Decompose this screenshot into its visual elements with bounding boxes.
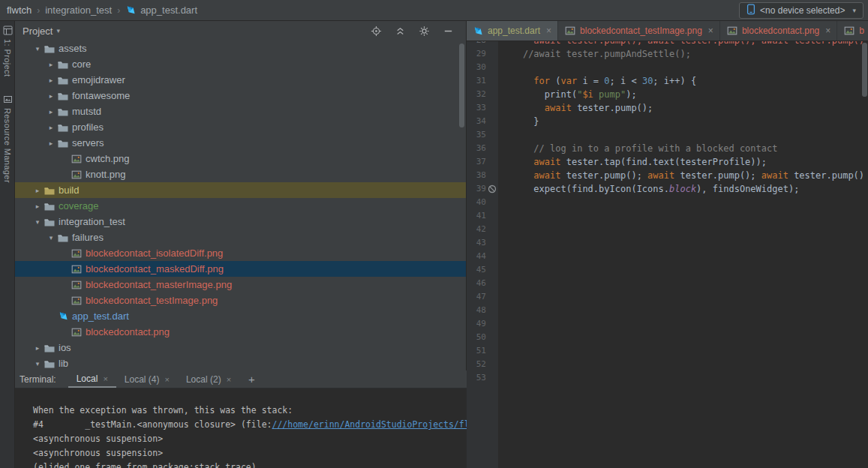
image-icon [726, 25, 738, 37]
breadcrumb: flwtch›integration_test›app_test.dart [0, 4, 197, 16]
left-tool-stripe: 1: ProjectResource Manager [0, 21, 15, 468]
editor-tab-bar: app_test.dart×blockedcontact_testImage.p… [467, 21, 868, 41]
editor-tab-app-test-dart[interactable]: app_test.dart× [467, 21, 558, 40]
line-number: 40 [467, 196, 498, 209]
project-view-selector[interactable]: Project ▾ [23, 26, 60, 37]
tree-expand-arrow[interactable]: ▸ [33, 344, 42, 352]
close-icon[interactable]: × [825, 26, 830, 36]
terminal-line: #4 _testMain.<anonymous closure> (file:/… [33, 418, 467, 432]
terminal-text: When the exception was thrown, this was … [33, 405, 293, 416]
tree-item-servers[interactable]: ▸servers [15, 135, 466, 151]
folder-icon [44, 200, 56, 212]
tree-item-fontawesome[interactable]: ▸fontawesome [15, 88, 466, 104]
tree-item-integration-test[interactable]: ▾integration_test [15, 214, 466, 230]
line-number: 28 [467, 40, 498, 47]
tree-item-emojidrawer[interactable]: ▸emojidrawer [15, 72, 466, 88]
tree-expand-arrow[interactable]: ▸ [47, 61, 56, 68]
editor-scrollbar[interactable] [862, 43, 867, 97]
tree-expand-arrow[interactable]: ▾ [47, 234, 56, 242]
line-number: 30 [467, 61, 498, 74]
editor-tab-label: blockedcontact_testImage.png [580, 26, 702, 36]
tree-expand-arrow[interactable]: ▾ [33, 45, 42, 52]
tree-expand-arrow[interactable]: ▾ [33, 360, 42, 368]
tree-expand-arrow[interactable]: ▸ [47, 92, 56, 100]
terminal-tab-local-2-[interactable]: Local (2)× [178, 370, 239, 388]
stack-trace-link[interactable]: ///home/erinn/AndroidStudioProjects/flwt… [272, 419, 467, 430]
code-editor[interactable]: await tester.pump(); await tester.pump()… [498, 40, 863, 468]
tree-expand-arrow[interactable]: ▸ [33, 187, 42, 194]
tree-item-blockedcontact-testimage-png[interactable]: blockedcontact_testImage.png [15, 292, 466, 308]
line-number: 35 [467, 128, 498, 142]
code-line [501, 128, 863, 142]
breadcrumb-item[interactable]: flwtch [7, 4, 32, 16]
settings-button[interactable] [418, 25, 430, 37]
code-line [501, 304, 863, 317]
breadcrumb-item[interactable]: app_test.dart [125, 4, 197, 16]
line-number: 32 [467, 88, 498, 101]
editor-tab-label: b [859, 26, 864, 36]
tree-item-blockedcontact-masterimage-png[interactable]: blockedcontact_masterImage.png [15, 277, 466, 292]
settings-icon [419, 26, 430, 37]
tree-item-profiles[interactable]: ▸profiles [15, 119, 466, 135]
image-icon [71, 169, 83, 181]
tree-item-mutstd[interactable]: ▸mutstd [15, 104, 466, 119]
tree-item-core[interactable]: ▸core [15, 56, 466, 72]
close-icon[interactable]: × [546, 26, 551, 36]
tree-item-app-test-dart[interactable]: app_test.dart [15, 308, 466, 324]
tree-item-label: blockedcontact_isolatedDiff.png [86, 248, 223, 259]
tree-item-assets[interactable]: ▾assets [15, 40, 466, 56]
tree-item-knott-png[interactable]: knott.png [15, 166, 466, 182]
code-line [501, 250, 863, 263]
device-selector[interactable]: <no device selected> ▾ [739, 2, 863, 19]
tree-item-label: assets [59, 43, 87, 54]
code-line: // log in to a profile with a blocked co… [501, 142, 863, 155]
collapse-all-button[interactable] [394, 25, 406, 37]
tree-expand-arrow[interactable]: ▸ [47, 124, 56, 131]
tool-window-stripe-resource-manager[interactable]: Resource Manager [0, 94, 15, 183]
tree-expand-arrow[interactable]: ▸ [47, 76, 56, 84]
tree-item-build[interactable]: ▸build [15, 182, 466, 198]
header-bar: flwtch›integration_test›app_test.dart <n… [0, 0, 868, 21]
editor-tab-blockedcontact-png[interactable]: blockedcontact.png× [720, 21, 837, 40]
folder-icon [44, 216, 56, 228]
tree-item-label: coverage [59, 200, 98, 212]
tree-expand-arrow[interactable]: ▸ [47, 108, 56, 116]
code-line: await tester.pump(); [501, 101, 863, 115]
hide-button[interactable] [442, 25, 454, 37]
tree-item-label: ios [59, 342, 71, 353]
tool-window-stripe--project[interactable]: 1: Project [0, 26, 15, 76]
close-icon[interactable]: × [103, 374, 107, 383]
tree-item-label: app_test.dart [72, 310, 129, 322]
terminal-title: Terminal: [20, 374, 56, 385]
editor-tab-label: app_test.dart [488, 26, 540, 36]
editor-tab-b[interactable]: b [837, 21, 868, 40]
tree-expand-arrow[interactable]: ▸ [47, 140, 56, 147]
close-icon[interactable]: × [227, 375, 231, 384]
close-icon[interactable]: × [708, 26, 713, 36]
image-icon [71, 263, 83, 275]
terminal-tab-local-4-[interactable]: Local (4)× [116, 370, 178, 388]
breadcrumb-item[interactable]: integration_test [45, 4, 112, 16]
tree-item-label: core [72, 58, 91, 70]
tree-item-label: mutstd [72, 106, 101, 117]
editor-tab-blockedcontact-testimage-png[interactable]: blockedcontact_testImage.png× [558, 21, 720, 40]
tree-item-blockedcontact-png[interactable]: blockedcontact.png [15, 324, 466, 340]
tree-expand-arrow[interactable]: ▸ [33, 202, 42, 210]
tree-item-cwtch-png[interactable]: cwtch.png [15, 151, 466, 166]
tree-item-failures[interactable]: ▾failures [15, 230, 466, 245]
hide-icon [443, 26, 454, 37]
new-terminal-tab-button[interactable]: + [248, 373, 255, 386]
locate-button[interactable] [370, 25, 382, 37]
tree-item-coverage[interactable]: ▸coverage [15, 198, 466, 214]
tree-expand-arrow[interactable]: ▾ [33, 218, 42, 226]
dart-icon [473, 26, 484, 37]
terminal-tab-local[interactable]: Local× [68, 370, 116, 388]
tree-item-ios[interactable]: ▸ios [15, 340, 466, 356]
tree-item-blockedcontact-isolateddiff-png[interactable]: blockedcontact_isolatedDiff.png [15, 245, 466, 261]
terminal-line: (elided one frame from package:stack_tra… [33, 460, 467, 468]
image-icon [71, 153, 83, 165]
tree-item-lib[interactable]: ▾lib [15, 356, 466, 370]
tree-item-blockedcontact-maskeddiff-png[interactable]: blockedcontact_maskedDiff.png [15, 261, 466, 277]
project-tree-scrollbar[interactable] [459, 44, 464, 128]
close-icon[interactable]: × [165, 375, 170, 384]
